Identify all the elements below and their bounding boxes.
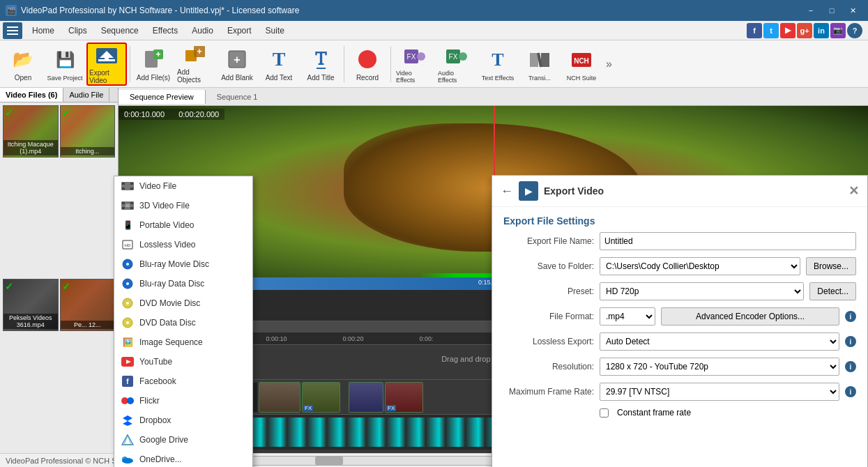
check-icon: ✓ <box>5 281 13 292</box>
menu-effects[interactable]: Effects <box>146 23 185 38</box>
filename-input[interactable] <box>600 232 856 250</box>
audio-effects-button[interactable]: FX Audio Effects <box>436 43 476 86</box>
clip-block[interactable] <box>259 382 300 413</box>
export-close-button[interactable]: ✕ <box>848 183 859 199</box>
clip-block[interactable] <box>349 382 383 413</box>
menu-item-onedrive[interactable]: OneDrive... <box>114 450 252 467</box>
media-panel: Video Files (6) Audio File ✓ Itching Mac… <box>0 88 119 453</box>
media-item[interactable]: ✓ Peksels Videos 3616.mp4 <box>3 279 59 331</box>
menu-suite[interactable]: Suite <box>259 23 291 38</box>
svg-text:FX: FX <box>449 53 458 61</box>
nch-suite-button[interactable]: NCH NCH Suite <box>561 43 602 86</box>
svg-text:NCH: NCH <box>574 57 589 65</box>
export-icon-box: ▶ <box>519 181 538 201</box>
preset-select[interactable]: HD 720p <box>600 282 804 300</box>
tab-sequence-preview[interactable]: Sequence Preview <box>119 90 206 104</box>
svg-rect-27 <box>130 187 133 190</box>
add-title-button[interactable]: T̲ Add Title <box>300 43 341 86</box>
svg-point-16 <box>459 52 467 61</box>
timecode-overlay: 0:00:10.000 0:00:20.000 <box>119 109 224 120</box>
svg-rect-24 <box>122 183 125 185</box>
open-button[interactable]: 📂 Open <box>3 43 43 86</box>
svg-rect-19 <box>541 53 549 67</box>
social-facebook[interactable]: f <box>747 23 762 38</box>
menu-item-flickr[interactable]: Flickr <box>114 391 252 411</box>
transitions-button[interactable]: Transi... <box>519 43 560 86</box>
framerate-info-icon[interactable]: i <box>845 386 856 397</box>
tab-video-files[interactable]: Video Files (6) <box>0 88 63 102</box>
text-effects-button[interactable]: T Text Effects <box>478 43 518 86</box>
menu-audio[interactable]: Audio <box>185 23 220 38</box>
add-files-button[interactable]: + Add File(s) <box>133 43 174 86</box>
media-item[interactable]: ✓ Pe... 12... <box>60 279 116 331</box>
text-effects-icon: T <box>492 49 503 70</box>
menu-item-facebook[interactable]: f Facebook <box>114 372 252 391</box>
check-icon: ✓ <box>62 281 70 292</box>
hamburger-menu[interactable] <box>3 22 22 39</box>
resolution-label: Resolution: <box>503 362 594 372</box>
back-button[interactable]: ← <box>501 184 513 199</box>
menu-item-3d-video[interactable]: 3D 3D Video File <box>114 196 252 215</box>
save-project-button[interactable]: 💾 Save Project <box>45 43 85 86</box>
social-linkedin[interactable]: in <box>814 23 829 38</box>
add-text-button[interactable]: T Add Text <box>259 43 299 86</box>
video-effects-button[interactable]: FX Video Effects <box>394 43 434 86</box>
menu-export[interactable]: Export <box>220 23 259 38</box>
menu-item-dropbox[interactable]: Dropbox <box>114 411 252 430</box>
format-select[interactable]: .mp4 <box>600 307 655 326</box>
constant-framerate-checkbox[interactable] <box>600 408 609 418</box>
social-google[interactable]: g+ <box>797 23 812 38</box>
format-info-icon[interactable]: i <box>845 311 856 322</box>
resolution-info-icon[interactable]: i <box>845 361 856 372</box>
record-button[interactable]: Record <box>347 43 388 86</box>
close-button[interactable]: ✕ <box>843 3 862 18</box>
menu-home[interactable]: Home <box>25 23 61 38</box>
more-tools-icon[interactable]: » <box>603 58 615 70</box>
lossless-info-icon[interactable]: i <box>845 336 856 347</box>
menu-item-dvd-data[interactable]: DVD Data Disc <box>114 313 252 332</box>
gdrive-icon <box>121 434 134 446</box>
add-objects-button[interactable]: + Add Objects <box>175 43 215 86</box>
menu-item-video-file[interactable]: Video File <box>114 176 252 196</box>
social-youtube[interactable]: ▶ <box>780 23 795 38</box>
framerate-select[interactable]: 29.97 [TV NTSC] <box>600 383 839 401</box>
menu-item-lossless[interactable]: HD Lossless Video <box>114 235 252 254</box>
menu-item-google-drive[interactable]: Google Drive <box>114 430 252 450</box>
maximize-button[interactable]: □ <box>822 3 842 18</box>
menu-item-youtube[interactable]: YouTube <box>114 352 252 372</box>
advanced-encoder-button[interactable]: Advanced Encoder Options... <box>661 307 839 326</box>
flickr-icon <box>121 395 134 407</box>
menu-item-dvd-movie[interactable]: DVD Movie Disc <box>114 293 252 313</box>
menu-item-bluray-movie[interactable]: Blu-ray Movie Disc <box>114 254 252 274</box>
menu-sequence[interactable]: Sequence <box>94 23 146 38</box>
resolution-select[interactable]: 1280 x 720 - YouTube 720p <box>600 358 839 376</box>
social-twitter[interactable]: t <box>763 23 779 38</box>
add-blank-button[interactable]: + Add Blank <box>217 43 257 86</box>
onedrive-icon <box>121 453 134 466</box>
social-instagram[interactable]: 📷 <box>830 23 846 38</box>
add-blank-icon: + <box>226 48 248 70</box>
dvd-data-icon <box>121 316 134 329</box>
minimize-button[interactable]: − <box>801 3 821 18</box>
export-video-button[interactable]: Export Video <box>86 43 127 86</box>
menu-item-bluray-data[interactable]: Blu-ray Data Disc <box>114 274 252 293</box>
svg-text:3D: 3D <box>125 204 130 208</box>
export-section-title: Export File Settings <box>492 207 867 232</box>
media-item[interactable]: ✓ Itching Macaque (1).mp4 <box>3 105 59 158</box>
folder-select[interactable]: C:\Users\Cody Collier\Desktop <box>600 257 800 275</box>
browse-button[interactable]: Browse... <box>806 257 856 275</box>
clip-block[interactable]: FX <box>302 382 340 413</box>
lossless-select[interactable]: Auto Detect <box>600 332 839 351</box>
menu-item-portable[interactable]: 📱 Portable Video <box>114 215 252 235</box>
tab-audio-files[interactable]: Audio File <box>63 88 109 102</box>
media-item[interactable]: ✓ Itching... <box>60 105 116 158</box>
menu-item-image-sequence[interactable]: 🖼️ Image Sequence <box>114 332 252 352</box>
form-row-lossless: Lossless Export: Auto Detect i <box>503 332 856 351</box>
main-area: Video Files (6) Audio File ✓ Itching Mac… <box>0 88 868 453</box>
clip-block[interactable]: FX <box>385 382 423 413</box>
video-effects-icon: FX <box>403 47 425 66</box>
help-button[interactable]: ? <box>847 23 862 38</box>
detect-button[interactable]: Detect... <box>809 282 856 300</box>
menu-clips[interactable]: Clips <box>61 23 94 38</box>
transitions-icon <box>528 50 551 70</box>
